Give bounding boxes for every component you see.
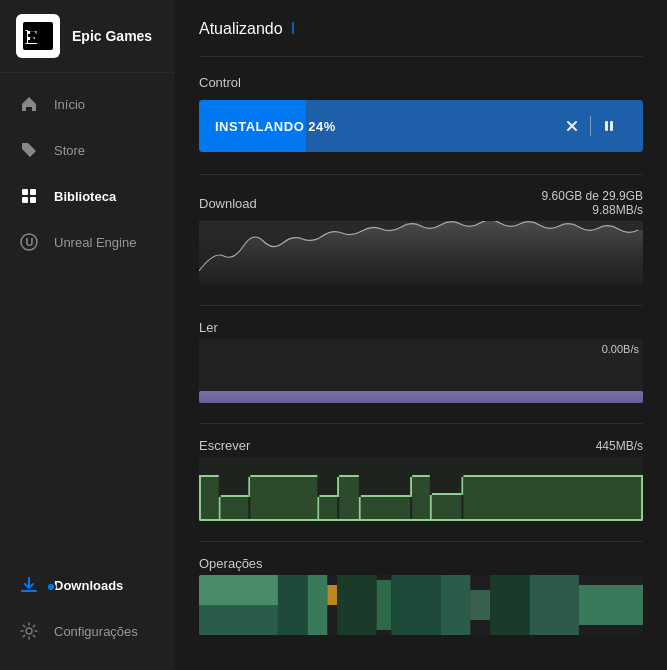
svg-rect-45 [199, 605, 278, 635]
gear-icon [18, 620, 40, 642]
ler-bar [199, 391, 643, 403]
svg-rect-33 [412, 477, 430, 521]
svg-rect-38 [461, 477, 463, 495]
downloads-label: Downloads [54, 578, 123, 593]
ue-icon: U [18, 231, 40, 253]
home-icon [18, 93, 40, 115]
svg-rect-44 [199, 575, 278, 605]
ler-title: Ler [199, 320, 218, 335]
escrever-section: Escrever 445MB/s [199, 438, 643, 521]
sidebar-item-configuracoes[interactable]: Configurações [0, 608, 175, 654]
ler-speed: 0.00B/s [602, 343, 639, 355]
svg-rect-15 [199, 477, 219, 521]
epic-games-label: Epic Games [72, 28, 152, 44]
escrever-chart-header: Escrever 445MB/s [199, 438, 643, 453]
svg-rect-39 [463, 477, 641, 521]
svg-rect-28 [339, 475, 359, 477]
svg-rect-5 [28, 40, 44, 43]
inicio-label: Início [54, 97, 85, 112]
svg-rect-22 [250, 475, 317, 477]
pause-install-button[interactable] [591, 112, 627, 140]
svg-rect-47 [308, 575, 328, 635]
svg-rect-35 [430, 495, 432, 521]
control-section: Control INSTALANDO 24% [199, 75, 643, 152]
svg-rect-56 [579, 585, 643, 625]
svg-rect-46 [278, 575, 308, 635]
svg-rect-51 [391, 575, 440, 635]
sidebar: E E Epic Games Início [0, 0, 175, 670]
sidebar-item-unreal[interactable]: U Unreal Engine [0, 219, 175, 265]
download-size: 9.60GB de 29.9GB [542, 189, 643, 203]
install-bar: INSTALANDO 24% [199, 100, 643, 152]
sidebar-logo: E E Epic Games [0, 0, 175, 73]
svg-rect-55 [530, 575, 579, 635]
svg-rect-40 [463, 475, 641, 477]
svg-rect-50 [377, 580, 392, 630]
svg-rect-34 [412, 475, 430, 477]
control-label: Control [199, 75, 643, 90]
operacoes-chart [199, 575, 643, 635]
operacoes-section: Operações [199, 556, 643, 635]
svg-rect-13 [605, 121, 608, 131]
svg-rect-14 [610, 121, 613, 131]
svg-rect-29 [359, 497, 361, 521]
svg-rect-42 [199, 519, 643, 521]
updating-cursor: I [291, 20, 295, 38]
svg-rect-16 [199, 475, 219, 477]
download-stats: 9.60GB de 29.9GB 9.88MB/s [542, 189, 643, 217]
svg-rect-48 [327, 585, 337, 605]
svg-rect-17 [219, 497, 221, 521]
download-icon [18, 574, 40, 596]
escrever-title: Escrever [199, 438, 250, 453]
close-install-button[interactable] [554, 112, 590, 140]
svg-rect-30 [361, 497, 410, 521]
download-title: Download [199, 196, 257, 211]
escrever-chart [199, 457, 643, 521]
main-title: Atualizando [199, 20, 283, 38]
divider-2 [199, 305, 643, 306]
divider-1 [199, 174, 643, 175]
store-label: Store [54, 143, 85, 158]
operacoes-chart-header: Operações [199, 556, 643, 571]
divider-4 [199, 541, 643, 542]
svg-rect-6 [22, 189, 28, 195]
svg-rect-52 [441, 575, 471, 635]
svg-rect-26 [337, 477, 339, 497]
operacoes-title: Operações [199, 556, 263, 571]
svg-rect-7 [30, 189, 36, 195]
epic-logo-icon: E E [16, 14, 60, 58]
configuracoes-label: Configurações [54, 624, 138, 639]
sidebar-item-store[interactable]: Store [0, 127, 175, 173]
ler-chart-header: Ler [199, 320, 643, 335]
svg-rect-25 [319, 495, 337, 497]
svg-rect-27 [339, 477, 359, 521]
svg-rect-18 [221, 497, 249, 521]
download-badge [46, 582, 56, 592]
download-chart-header: Download 9.60GB de 29.9GB 9.88MB/s [199, 189, 643, 217]
svg-rect-54 [490, 575, 529, 635]
sidebar-item-biblioteca[interactable]: Biblioteca [0, 173, 175, 219]
svg-rect-49 [337, 575, 376, 635]
svg-rect-24 [319, 497, 337, 521]
download-chart [199, 221, 643, 285]
main-content: Atualizando I Control INSTALANDO 24% [175, 0, 667, 670]
sidebar-bottom: Downloads Configurações [0, 554, 175, 670]
svg-rect-31 [361, 495, 410, 497]
ler-chart: 0.00B/s [199, 339, 643, 403]
unreal-label: Unreal Engine [54, 235, 136, 250]
svg-text:U: U [26, 236, 34, 248]
download-speed: 9.88MB/s [542, 203, 643, 217]
svg-rect-41 [641, 475, 643, 521]
sidebar-nav: Início Store Biblioteca [0, 73, 175, 554]
download-section: Download 9.60GB de 29.9GB 9.88MB/s [199, 189, 643, 285]
svg-point-12 [26, 628, 32, 634]
svg-rect-9 [30, 197, 36, 203]
svg-rect-19 [221, 495, 249, 497]
sidebar-item-inicio[interactable]: Início [0, 81, 175, 127]
svg-rect-4 [28, 34, 40, 37]
tag-icon [18, 139, 40, 161]
svg-rect-53 [470, 590, 490, 620]
divider-3 [199, 423, 643, 424]
svg-rect-43 [199, 475, 201, 521]
sidebar-item-downloads[interactable]: Downloads [0, 562, 175, 608]
